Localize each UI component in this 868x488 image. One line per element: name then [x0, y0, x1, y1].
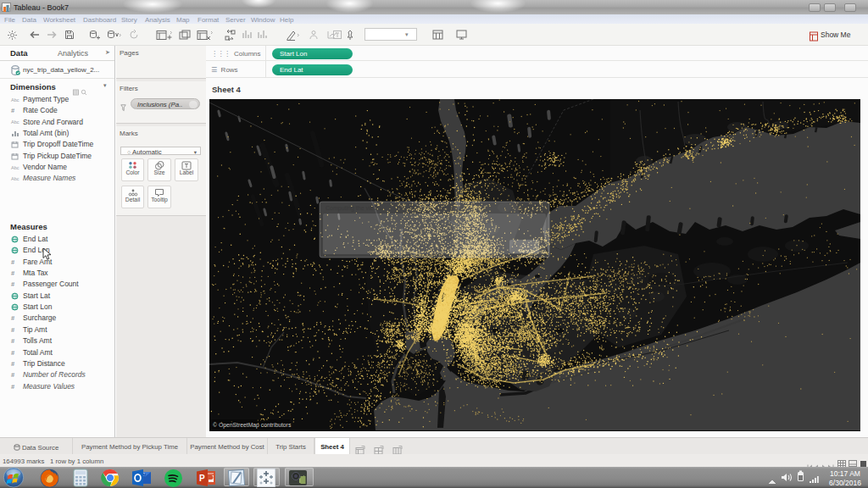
svg-text:© OpenStreetMap contributors: © OpenStreetMap contributors: [213, 422, 292, 429]
svg-text:P: P: [199, 474, 205, 483]
svg-text:Computing the view...: Computing the view...: [326, 205, 382, 212]
